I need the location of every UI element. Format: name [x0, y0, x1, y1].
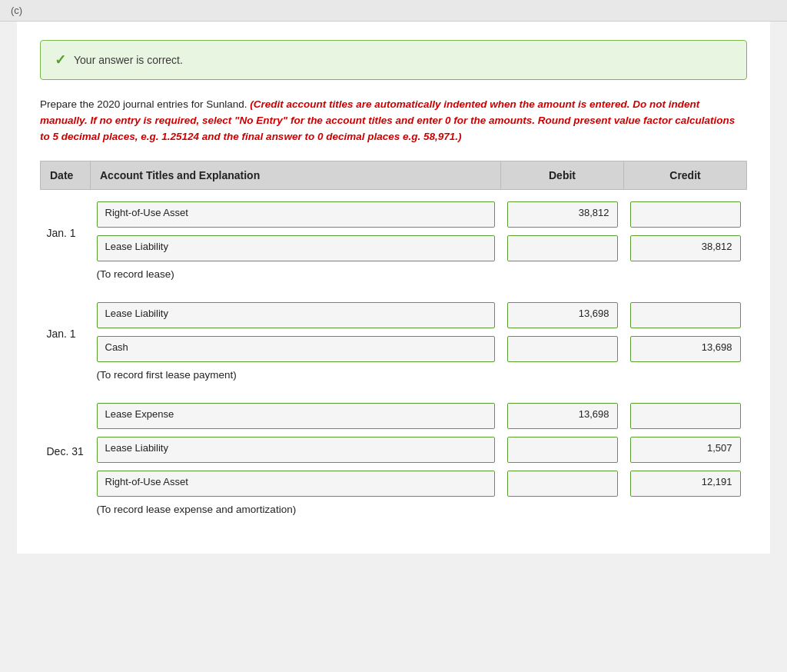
entry1-credit2: 38,812 [624, 231, 747, 265]
table-row: Right-of-Use Asset 12,191 [41, 467, 747, 501]
entry3-debit3-field[interactable] [507, 471, 618, 497]
col-header-debit: Debit [501, 161, 624, 189]
entry3-debit1-field[interactable]: 13,698 [507, 403, 618, 429]
entry2-note-row: (To record first lease payment) [41, 366, 747, 388]
col-header-credit: Credit [624, 161, 747, 189]
table-row: Lease Liability 1,507 [41, 433, 747, 467]
entry1-credit2-field[interactable]: 38,812 [630, 235, 741, 261]
table-row: Lease Liability 38,812 [41, 231, 747, 265]
entry1-note: (To record lease) [91, 265, 747, 288]
entry1-debit1: 38,812 [501, 198, 624, 231]
instruction-text: Prepare the 2020 journal entries for Sun… [40, 97, 747, 145]
entry2-account2-field[interactable]: Cash [97, 336, 495, 362]
table-row: Cash 13,698 [41, 332, 747, 366]
table-row: Jan. 1 Lease Liability 13,698 [41, 298, 747, 332]
table-row: Dec. 31 Lease Expense 13,698 [41, 399, 747, 433]
entry3-account1: Lease Expense [91, 399, 501, 433]
entry2-credit2-field[interactable]: 13,698 [630, 336, 741, 362]
top-bar-label: (c) [11, 5, 22, 16]
entry3-account2-field[interactable]: Lease Liability [97, 437, 495, 463]
entry1-account1-field[interactable]: Right-of-Use Asset [97, 201, 495, 228]
entry2-debit2 [501, 332, 624, 366]
entry1-date: Jan. 1 [41, 198, 91, 265]
entry2-debit2-field[interactable] [507, 336, 618, 362]
col-header-account: Account Titles and Explanation [91, 161, 501, 189]
entry3-debit1: 13,698 [501, 399, 624, 433]
col-header-date: Date [41, 161, 91, 189]
top-bar: (c) [0, 0, 787, 22]
entry2-account1-field[interactable]: Lease Liability [97, 302, 495, 328]
entry2-credit1 [624, 298, 747, 332]
entry1-debit2 [501, 231, 624, 265]
table-row: Jan. 1 Right-of-Use Asset 38,812 [41, 198, 747, 231]
instruction-prefix: Prepare the 2020 journal entries for Sun… [40, 98, 247, 110]
entry1-account1: Right-of-Use Asset [91, 198, 501, 231]
entry3-date: Dec. 31 [41, 399, 91, 501]
entry3-credit1 [624, 399, 747, 433]
entry2-debit1-field[interactable]: 13,698 [507, 302, 618, 328]
entry3-debit2-field[interactable] [507, 437, 618, 463]
entry3-note-row: (To record lease expense and amortizatio… [41, 501, 747, 523]
entry1-debit1-field[interactable]: 38,812 [507, 201, 618, 228]
entry3-account3: Right-of-Use Asset [91, 467, 501, 501]
entry3-account3-field[interactable]: Right-of-Use Asset [97, 471, 495, 497]
entry2-credit2: 13,698 [624, 332, 747, 366]
entry2-account2: Cash [91, 332, 501, 366]
entry3-account1-field[interactable]: Lease Expense [97, 403, 495, 429]
entry3-credit2: 1,507 [624, 433, 747, 467]
correct-banner: ✓ Your answer is correct. [40, 40, 747, 80]
entry3-note: (To record lease expense and amortizatio… [91, 501, 747, 523]
journal-table: Date Account Titles and Explanation Debi… [40, 161, 747, 523]
check-icon: ✓ [55, 52, 66, 68]
entry1-credit1-field[interactable] [630, 201, 741, 228]
entry3-credit2-field[interactable]: 1,507 [630, 437, 741, 463]
entry1-account2-field[interactable]: Lease Liability [97, 235, 495, 261]
entry2-note: (To record first lease payment) [91, 366, 747, 388]
entry3-credit3: 12,191 [624, 467, 747, 501]
entry2-credit1-field[interactable] [630, 302, 741, 328]
entry2-date: Jan. 1 [41, 298, 91, 366]
entry1-credit1 [624, 198, 747, 231]
entry1-debit2-field[interactable] [507, 235, 618, 261]
entry1-account2: Lease Liability [91, 231, 501, 265]
entry3-debit2 [501, 433, 624, 467]
entry2-debit1: 13,698 [501, 298, 624, 332]
entry3-debit3 [501, 467, 624, 501]
entry1-note-row: (To record lease) [41, 265, 747, 288]
entry3-credit3-field[interactable]: 12,191 [630, 471, 741, 497]
entry2-account1: Lease Liability [91, 298, 501, 332]
main-content: ✓ Your answer is correct. Prepare the 20… [17, 22, 770, 554]
entry3-account2: Lease Liability [91, 433, 501, 467]
entry3-credit1-field[interactable] [630, 403, 741, 429]
banner-text: Your answer is correct. [74, 54, 183, 66]
